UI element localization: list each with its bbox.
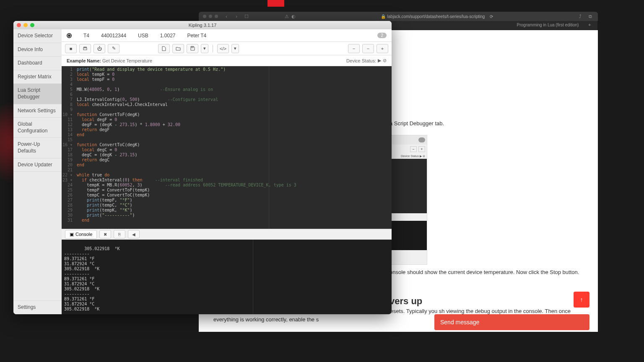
- scroll-top-button[interactable]: ↑: [574, 292, 589, 308]
- svg-rect-2: [192, 47, 193, 48]
- device-infobar: T4 440012344 USB 1.0027 Peter T4 2: [62, 29, 392, 42]
- page-text-fragment: onsole should show the current device te…: [390, 269, 579, 275]
- console-copy-button[interactable]: ⎘: [114, 230, 125, 238]
- zoom-reset-button[interactable]: −: [362, 44, 374, 53]
- device-radio[interactable]: [67, 33, 72, 38]
- example-name: Get Device Temperature: [102, 58, 152, 63]
- page-text-fragment: a Script Debugger tab.: [390, 120, 444, 127]
- browser-toolbar: ‹ › ☐ ⚠ ◐ 🔒 labjack.com/support/datashee…: [199, 12, 598, 21]
- sidebar-item-device-selector[interactable]: Device Selector: [13, 29, 62, 43]
- sidebar-item-network-settings[interactable]: Network Settings: [13, 104, 62, 118]
- minus-icon: −: [410, 146, 417, 152]
- code-dropdown[interactable]: ▾: [231, 44, 239, 53]
- kipling-screenshot-thumb: − + Device Status ▶ ⊘: [390, 135, 427, 265]
- forward-icon[interactable]: ›: [233, 13, 240, 19]
- save-dropdown[interactable]: ▾: [201, 44, 208, 53]
- sidebar-item-dashboard[interactable]: Dashboard: [13, 57, 62, 70]
- device-count-badge: 2: [377, 33, 387, 38]
- maximize-icon[interactable]: [215, 15, 218, 18]
- main-panel: T4 440012344 USB 1.0027 Peter T4 2 ■ ⏻ ✎…: [62, 29, 392, 314]
- example-info-row: Example Name: Get Device Temperature Dev…: [62, 55, 392, 66]
- terminal-icon: ▣: [70, 232, 74, 237]
- zoom-out-button[interactable]: −: [348, 44, 360, 53]
- warning-icon[interactable]: ⚠: [283, 13, 290, 19]
- section-heading: vers up: [390, 296, 422, 307]
- code-editor[interactable]: 1 2 3 4 5 6 7 8 9 10 ▾ 11 12 13 14 15 16…: [62, 66, 392, 229]
- device-serial: 440012344: [101, 33, 126, 39]
- kipling-window: Kipling 3.1.17 Device Selector Device In…: [13, 21, 392, 314]
- badge-icon: [418, 137, 425, 142]
- share-icon[interactable]: ⤴: [577, 13, 584, 19]
- play-icon[interactable]: ▶: [378, 58, 381, 63]
- browser-traffic-lights: [203, 15, 218, 18]
- device-user: Peter T4: [187, 33, 206, 39]
- stop-button[interactable]: ■: [65, 44, 77, 53]
- sidebar-item-device-updater[interactable]: Device Updater: [13, 158, 62, 172]
- page-accent: [267, 0, 284, 7]
- power-button[interactable]: ⏻: [93, 44, 105, 53]
- save-button[interactable]: [187, 44, 198, 53]
- print-button[interactable]: [79, 44, 91, 53]
- device-name: T4: [83, 33, 89, 39]
- device-connection: USB: [138, 33, 148, 39]
- device-status-label: Device Status:: [346, 58, 376, 63]
- sidebar-item-register-matrix[interactable]: Register Matrix: [13, 70, 62, 84]
- console-back-button[interactable]: ◀: [128, 230, 140, 238]
- sidebar-item-global-config[interactable]: Global Configuration: [13, 118, 62, 138]
- shield-icon[interactable]: ◐: [290, 13, 297, 19]
- zoom-in-button[interactable]: +: [377, 44, 388, 53]
- console-tab[interactable]: ▣Console: [65, 230, 97, 239]
- device-firmware: 1.0027: [160, 33, 176, 39]
- svg-rect-1: [84, 47, 86, 48]
- lock-icon: 🔒: [381, 14, 386, 19]
- url-bar[interactable]: 🔒 labjack.com/support/datasheets/t-serie…: [297, 14, 577, 19]
- plus-icon: +: [418, 146, 425, 152]
- sidebar-item-device-info[interactable]: Device Info: [13, 43, 62, 57]
- new-tab-icon[interactable]: +: [588, 23, 591, 27]
- send-message-button[interactable]: Send message: [434, 314, 589, 330]
- wrench-button[interactable]: ✎: [108, 44, 119, 53]
- editor-toolbar: ■ ⏻ ✎ ▾ </> ▾ − − +: [62, 42, 392, 55]
- sidebar-item-lua-debugger[interactable]: Lua Script Debugger: [13, 84, 62, 104]
- url-text: labjack.com/support/datasheets/t-series/…: [387, 14, 485, 19]
- tab-lua-book[interactable]: Programming in Lua (first edition) +: [510, 21, 598, 30]
- minimize-icon[interactable]: [209, 15, 212, 18]
- arrow-up-icon: ↑: [580, 296, 583, 303]
- open-folder-button[interactable]: [172, 44, 184, 53]
- code-button[interactable]: </>: [217, 44, 229, 53]
- console-toolbar: ▣Console ✖ ⎘ ◀: [62, 229, 392, 240]
- sidebar-icon[interactable]: ☐: [243, 13, 250, 19]
- example-label: Example Name:: [67, 58, 101, 63]
- svg-rect-0: [83, 48, 87, 50]
- sidebar-item-settings[interactable]: Settings: [13, 300, 62, 314]
- new-file-button[interactable]: [158, 44, 170, 53]
- window-title: Kipling 3.1.17: [13, 23, 392, 28]
- console-output[interactable]: 305.022918 °K ---------- 89.371261 °F 31…: [62, 240, 392, 314]
- tabs-icon[interactable]: ⧉: [587, 13, 594, 19]
- sidebar-item-powerup-defaults[interactable]: Power-Up Defaults: [13, 138, 62, 158]
- sidebar: Device Selector Device Info Dashboard Re…: [13, 29, 62, 314]
- code-content[interactable]: print("Read and display the device tempe…: [75, 66, 392, 229]
- stop-status-icon: ⊘: [383, 58, 387, 63]
- refresh-icon[interactable]: ⟳: [490, 14, 493, 19]
- thumb-status: Device Status ▶ ⊘: [390, 154, 427, 159]
- close-icon[interactable]: [203, 15, 206, 18]
- window-titlebar[interactable]: Kipling 3.1.17: [13, 21, 392, 29]
- console-clear-button[interactable]: ✖: [99, 230, 111, 238]
- line-gutter: 1 2 3 4 5 6 7 8 9 10 ▾ 11 12 13 14 15 16…: [62, 66, 75, 229]
- back-icon[interactable]: ‹: [223, 13, 230, 19]
